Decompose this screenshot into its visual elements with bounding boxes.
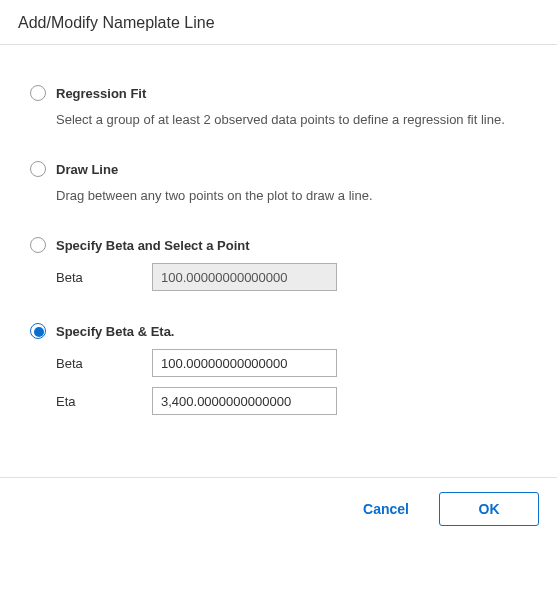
label-specify-beta-eta[interactable]: Specify Beta & Eta. (56, 324, 175, 339)
option-specify-beta-eta: Specify Beta & Eta. Beta Eta (30, 323, 527, 415)
add-modify-nameplate-dialog: Add/Modify Nameplate Line Regression Fit… (0, 0, 557, 540)
ok-button[interactable]: OK (439, 492, 539, 526)
option-beta-point-header[interactable]: Specify Beta and Select a Point (30, 237, 527, 253)
radio-specify-beta-eta[interactable] (30, 323, 46, 339)
option-draw-line: Draw Line Drag between any two points on… (30, 161, 527, 205)
input-beta[interactable] (152, 349, 337, 377)
field-label-eta: Eta (56, 394, 152, 409)
dialog-footer: Cancel OK (0, 477, 557, 540)
option-draw-header[interactable]: Draw Line (30, 161, 527, 177)
label-draw-line[interactable]: Draw Line (56, 162, 118, 177)
radio-draw-line[interactable] (30, 161, 46, 177)
option-regression-fit: Regression Fit Select a group of at leas… (30, 85, 527, 129)
option-beta-eta-header[interactable]: Specify Beta & Eta. (30, 323, 527, 339)
field-label-beta-2: Beta (56, 356, 152, 371)
desc-draw-line: Drag between any two points on the plot … (56, 187, 527, 205)
field-row-beta-point: Beta (56, 263, 527, 291)
dialog-header: Add/Modify Nameplate Line (0, 0, 557, 45)
cancel-button[interactable]: Cancel (353, 493, 419, 525)
option-specify-beta-point: Specify Beta and Select a Point Beta (30, 237, 527, 291)
dialog-body: Regression Fit Select a group of at leas… (0, 45, 557, 477)
option-regression-header[interactable]: Regression Fit (30, 85, 527, 101)
input-eta[interactable] (152, 387, 337, 415)
dialog-title: Add/Modify Nameplate Line (18, 14, 539, 32)
field-row-eta: Eta (56, 387, 527, 415)
field-label-beta-1: Beta (56, 270, 152, 285)
label-regression-fit[interactable]: Regression Fit (56, 86, 146, 101)
input-beta-point[interactable] (152, 263, 337, 291)
desc-regression-fit: Select a group of at least 2 observed da… (56, 111, 527, 129)
label-specify-beta-point[interactable]: Specify Beta and Select a Point (56, 238, 250, 253)
radio-specify-beta-point[interactable] (30, 237, 46, 253)
radio-regression-fit[interactable] (30, 85, 46, 101)
field-row-beta: Beta (56, 349, 527, 377)
